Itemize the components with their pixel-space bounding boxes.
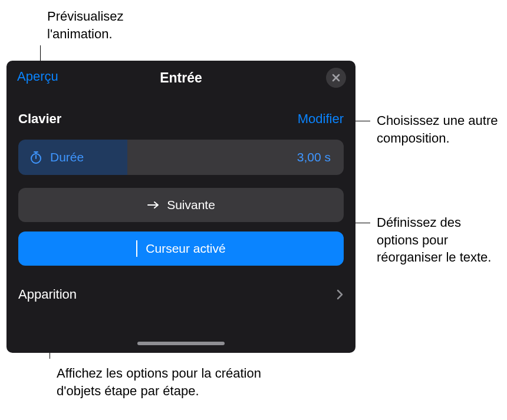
panel-header: Aperçu Entrée <box>6 61 355 95</box>
callout-preview: Prévisualisez l'animation. <box>47 8 165 42</box>
duration-row[interactable]: Durée 3,00 s <box>18 140 344 175</box>
arrow-right-icon <box>147 200 160 210</box>
stopwatch-icon <box>29 150 43 164</box>
appearance-row[interactable]: Apparition <box>6 266 355 302</box>
duration-value: 3,00 s <box>297 150 331 164</box>
callout-modify: Choisissez une autre composition. <box>377 112 501 147</box>
duration-label: Durée <box>50 150 84 164</box>
cursor-enabled-button[interactable]: Curseur activé <box>18 232 344 266</box>
section-header: Clavier Modifier <box>6 95 355 134</box>
duration-label-area: Durée <box>18 140 127 175</box>
preview-link[interactable]: Aperçu <box>17 69 58 84</box>
chevron-right-icon <box>337 289 344 300</box>
animation-panel: Aperçu Entrée Clavier Modifier <box>6 61 355 353</box>
cursor-icon <box>136 240 137 257</box>
effect-name-label: Clavier <box>18 111 61 127</box>
appearance-label: Apparition <box>18 287 77 302</box>
cursor-button-label: Curseur activé <box>146 242 225 256</box>
callout-next: Définissez des options pour réorganiser … <box>377 214 501 266</box>
next-button-label: Suivante <box>167 198 215 212</box>
panel-title: Entrée <box>160 70 202 86</box>
duration-value-area[interactable]: 3,00 s <box>127 140 344 175</box>
drag-handle[interactable] <box>137 342 225 345</box>
close-button[interactable] <box>326 68 346 88</box>
modify-link[interactable]: Modifier <box>298 111 344 127</box>
next-direction-button[interactable]: Suivante <box>18 188 344 222</box>
close-icon <box>331 73 341 82</box>
callout-appearance: Affichez les options pour la création d'… <box>57 365 292 399</box>
